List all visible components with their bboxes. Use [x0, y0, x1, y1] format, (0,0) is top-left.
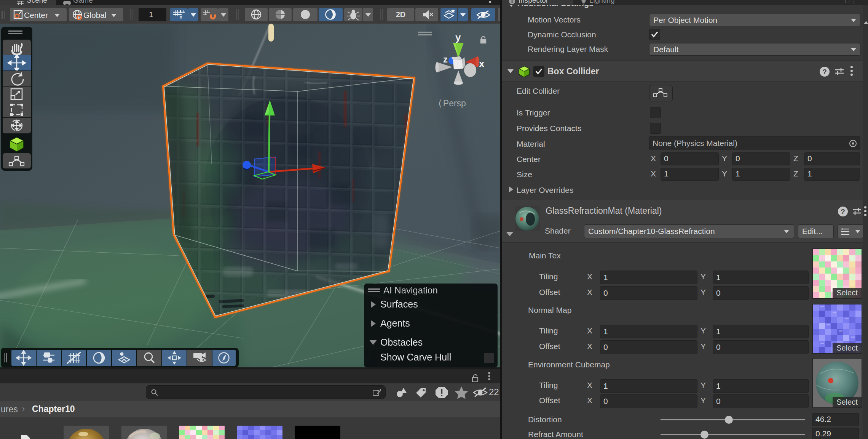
- svg-text:y: y: [455, 32, 461, 43]
- svg-text:Global: Global: [83, 11, 107, 19]
- svg-text:?: ?: [822, 68, 827, 76]
- svg-text:Center: Center: [24, 11, 48, 19]
- svg-text:x: x: [479, 58, 485, 69]
- svg-text:Y: Y: [179, 14, 183, 20]
- svg-text:z: z: [443, 54, 448, 64]
- svg-text:?: ?: [841, 208, 845, 216]
